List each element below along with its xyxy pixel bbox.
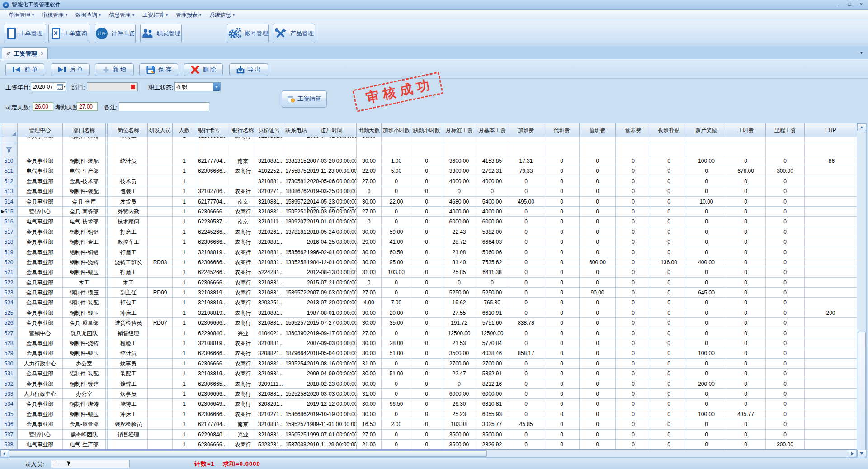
column-header[interactable]: 出勤天数 (357, 123, 382, 137)
grid-cell[interactable]: 0 (544, 288, 580, 298)
grid-cell[interactable]: 600.00 (580, 257, 616, 267)
table-row[interactable]: 525金具事业部钢制件-锻压冲床工132108819...农商行3210881.… (0, 308, 857, 318)
grid-cell[interactable]: 3210271... (256, 409, 283, 419)
grid-cell[interactable]: 0 (382, 440, 411, 450)
grid-cell[interactable]: 技术员 (109, 176, 148, 186)
grid-cell[interactable]: 22.00 (357, 166, 382, 176)
grid-cell[interactable]: 0 (442, 186, 476, 196)
grid-cell[interactable]: 4000.00 (476, 176, 508, 186)
remark-input[interactable] (119, 102, 209, 111)
grid-cell[interactable]: 0 (382, 207, 411, 217)
grid-cell[interactable]: 3210881... (256, 338, 283, 348)
grid-cell[interactable]: 0 (766, 399, 805, 409)
grid-cell[interactable]: 3203251... (256, 298, 283, 308)
grid-cell[interactable]: 外贸内勤 (109, 207, 148, 217)
grid-cell[interactable]: 1 (173, 379, 196, 389)
grid-cell[interactable]: 打磨工 (109, 247, 148, 257)
grid-cell[interactable]: 0 (357, 217, 382, 227)
grid-cell[interactable]: 59.00 (382, 227, 411, 237)
grid-cell[interactable]: 0 (766, 389, 805, 399)
grid-cell[interactable]: 1 (173, 308, 196, 318)
grid-cell[interactable]: 技术顾问 (109, 217, 148, 227)
grid-cell[interactable]: 0 (687, 247, 726, 257)
grid-cell[interactable]: 2015-07-21 00:00:00 (307, 278, 357, 288)
grid-cell[interactable]: 0 (411, 176, 442, 186)
grid-cell[interactable]: 0 (616, 207, 651, 217)
grid-cell[interactable]: 2792.31 (476, 166, 508, 176)
grid-cell[interactable]: 0 (726, 288, 766, 298)
grid-cell[interactable]: 0 (726, 399, 766, 409)
grid-cell[interactable]: 2826.92 (476, 440, 508, 450)
grid-cell[interactable]: 农商行 (230, 440, 256, 450)
grid-cell[interactable]: 2012-08-13 00:00:00 (307, 267, 357, 277)
grid-cell[interactable]: 0 (476, 278, 508, 288)
grid-cell[interactable]: 1525258... (283, 389, 307, 399)
grid-cell[interactable]: 0 (544, 399, 580, 409)
grid-cell[interactable]: 0 (766, 247, 805, 257)
operator-input[interactable] (51, 460, 130, 468)
grid-cell[interactable]: 0 (616, 440, 651, 450)
grid-cell[interactable]: 南京 (230, 217, 256, 227)
grid-cell[interactable]: 62306666... (196, 237, 230, 247)
grid-cell[interactable]: 29.00 (357, 237, 382, 247)
grid-cell[interactable]: 金具事业部 (18, 409, 63, 419)
grid-cell[interactable]: 1589572... (283, 288, 307, 298)
grid-cell[interactable]: 32108819... (196, 247, 230, 257)
row-header[interactable]: 513 (0, 186, 18, 196)
row-header[interactable]: 531 (0, 369, 18, 379)
grid-cell[interactable]: 0 (616, 247, 651, 257)
grid-cell[interactable]: 0 (687, 237, 726, 247)
grid-cell[interactable] (766, 143, 805, 156)
grid-cell[interactable]: 0 (766, 227, 805, 237)
grid-cell[interactable]: 6000.00 (442, 217, 476, 227)
grid-cell[interactable]: 90.00 (580, 288, 616, 298)
maximize-button[interactable]: □ (844, 1, 854, 8)
grid-cell[interactable]: 0 (544, 359, 580, 369)
menu-item-salary-settle[interactable]: 工资结算▾ (138, 10, 172, 20)
grid-cell[interactable]: 0 (766, 419, 805, 429)
grid-cell[interactable]: 7.00 (382, 298, 411, 308)
grid-cell[interactable]: 191.72 (442, 318, 476, 328)
grid-cell[interactable]: 30.00 (357, 348, 382, 358)
column-header[interactable]: 里程工资 (766, 123, 805, 137)
grid-cell[interactable]: 2014-05-23 00:00:00 (307, 197, 357, 207)
grid-cell[interactable]: 1730581... (283, 176, 307, 186)
grid-cell[interactable]: 销售经理 (109, 328, 148, 338)
grid-cell[interactable]: 0 (651, 298, 687, 308)
grid-cell[interactable]: 1984-12-01 00:00:00 (307, 257, 357, 267)
previous-record-button[interactable]: 前 单 (5, 63, 44, 76)
work-order-query-button[interactable]: X 工单查询 (48, 24, 90, 43)
grid-cell[interactable]: 0 (382, 217, 411, 227)
grid-cell[interactable]: 钢制件-锻压 (63, 409, 106, 419)
grid-cell[interactable]: 3210881... (256, 318, 283, 328)
grid-cell[interactable]: 铝制件-装配 (63, 369, 106, 379)
grid-cell[interactable]: 3210881... (256, 207, 283, 217)
grid-cell[interactable]: 农商行 (230, 359, 256, 369)
row-header[interactable]: 522 (0, 278, 18, 288)
grid-cell[interactable]: 0 (544, 308, 580, 318)
grid-cell[interactable]: 0 (382, 328, 411, 338)
column-header[interactable]: 研发人员 (148, 123, 173, 137)
horizontal-scrollbar[interactable] (0, 450, 857, 458)
column-header[interactable]: 银行卡号 (196, 123, 230, 137)
grid-cell[interactable]: 300.00 (766, 440, 805, 450)
grid-cell[interactable] (148, 328, 173, 338)
grid-cell[interactable]: 0 (651, 419, 687, 429)
grid-cell[interactable]: 0 (766, 328, 805, 338)
grid-cell[interactable]: 金具事业部 (18, 419, 63, 429)
table-row[interactable]: 522金具事业部木工木工162306666...农商行3210881...201… (0, 278, 857, 288)
grid-cell[interactable]: 0 (580, 298, 616, 308)
grid-cell[interactable]: 0 (766, 217, 805, 227)
next-record-button[interactable]: 后 单 (51, 63, 90, 76)
grid-cell[interactable]: 6055.93 (476, 409, 508, 419)
row-header[interactable]: 511 (0, 166, 18, 176)
grid-cell[interactable]: 1595257... (283, 419, 307, 429)
grid-cell[interactable] (148, 430, 173, 440)
grid-cell[interactable]: 0 (580, 166, 616, 176)
grid-cell[interactable]: 2007-03-20 00:00:00 (307, 156, 357, 166)
grid-cell[interactable]: 2015-07-27 00:00:00 (307, 318, 357, 328)
grid-cell[interactable]: 1 (173, 257, 196, 267)
grid-cell[interactable]: 0 (508, 440, 544, 450)
grid-cell[interactable]: 0 (357, 278, 382, 288)
grid-cell[interactable]: 金具-商务部 (63, 207, 106, 217)
